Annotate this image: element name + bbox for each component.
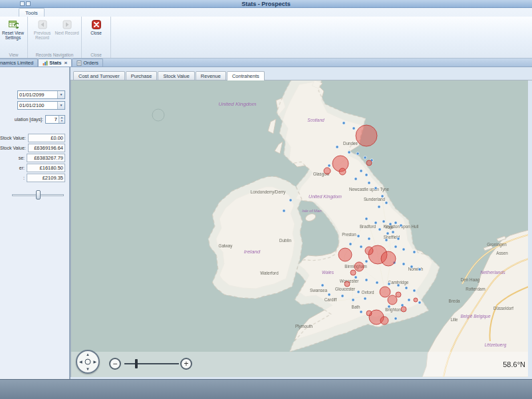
tab-revenue[interactable]: Revenue bbox=[196, 71, 226, 80]
city-label: Preston bbox=[342, 232, 356, 237]
city-label: Breda bbox=[449, 299, 460, 303]
ribbon-tab-row: Tools bbox=[0, 8, 532, 17]
zoom-in-button[interactable]: + bbox=[180, 358, 192, 370]
contrahent-bubble[interactable] bbox=[356, 125, 377, 146]
tab-cost-and-turnover[interactable]: Cost and Turnover bbox=[73, 71, 125, 80]
contrahent-bubble[interactable] bbox=[414, 298, 418, 302]
stat-value-field[interactable]: £16180.50 bbox=[27, 164, 65, 172]
contrahent-bubble[interactable] bbox=[401, 307, 406, 312]
stat-label: er: bbox=[19, 166, 25, 170]
contrahents-map[interactable]: United KingdomScotlandUnited KingdomIsle… bbox=[70, 80, 528, 377]
prospect-dot bbox=[357, 235, 360, 237]
previous-record-button[interactable]: Previous Record bbox=[30, 18, 55, 41]
zoom-slider-thumb[interactable] bbox=[135, 359, 138, 368]
simulation-days-value: 7 bbox=[46, 116, 59, 123]
doc-tab-orders[interactable]: Orders bbox=[72, 59, 103, 66]
contrahent-bubble[interactable] bbox=[350, 270, 356, 275]
stat-label: Stock Value: bbox=[0, 146, 26, 150]
doc-tab-dynamics-limited[interactable]: Dynamics Limited bbox=[0, 59, 38, 66]
prospect-dot bbox=[328, 164, 331, 167]
contrahent-bubble[interactable] bbox=[380, 317, 388, 325]
prospect-dot bbox=[336, 146, 338, 148]
prospect-dot bbox=[408, 299, 410, 301]
prospect-dot bbox=[378, 205, 380, 208]
contrahent-bubble[interactable] bbox=[365, 247, 373, 255]
date-from-value: 01/01/2099 bbox=[18, 91, 57, 98]
previous-record-icon bbox=[37, 19, 48, 30]
pan-center-icon[interactable] bbox=[85, 359, 91, 365]
prospect-dot bbox=[349, 243, 352, 245]
app-window: Stats - Prospects Tools Reset View Setti… bbox=[0, 0, 532, 399]
contrahent-bubble[interactable] bbox=[338, 248, 352, 261]
date-from-picker[interactable]: 01/01/2099 ▼ bbox=[17, 90, 65, 99]
prospect-dot bbox=[357, 291, 360, 293]
tab-stock-value[interactable]: Stock Value bbox=[158, 71, 194, 80]
contrahent-bubble[interactable] bbox=[396, 292, 401, 297]
pan-control[interactable]: ▲ ▼ ◀ ▶ bbox=[76, 350, 100, 374]
country-label: Lëtzebuerg bbox=[485, 342, 507, 348]
simulation-days-stepper[interactable]: 7 ▲▼ bbox=[45, 115, 65, 124]
prospect-dot bbox=[341, 295, 344, 297]
prospect-dot bbox=[365, 260, 368, 263]
previous-record-label: Previous Record bbox=[30, 31, 55, 40]
stat-value-field[interactable]: £6369196.64 bbox=[28, 144, 65, 152]
parameters-sidebar: 01/01/2099 ▼ 01/01/2100 ▼ ulation [days]… bbox=[0, 67, 70, 379]
slider-thumb[interactable] bbox=[36, 190, 41, 200]
prospect-dot bbox=[365, 174, 368, 176]
contrahent-bubble[interactable] bbox=[344, 281, 350, 287]
contrahent-bubble[interactable] bbox=[380, 287, 390, 297]
city-label: Dublin bbox=[279, 238, 291, 243]
prospect-dot bbox=[354, 178, 357, 180]
stat-label: : bbox=[23, 176, 25, 180]
pan-left-icon[interactable]: ◀ bbox=[79, 360, 82, 364]
contrahent-bubble[interactable] bbox=[381, 251, 396, 266]
contrahent-bubble[interactable] bbox=[339, 168, 346, 175]
bottom-strip bbox=[0, 379, 532, 399]
stat-value-field[interactable]: £0.00 bbox=[28, 134, 65, 142]
ribbon-tab-tools[interactable]: Tools bbox=[19, 8, 45, 17]
contrahent-bubble[interactable] bbox=[388, 295, 397, 305]
spin-down-icon[interactable]: ▼ bbox=[59, 119, 65, 123]
chevron-down-icon[interactable]: ▼ bbox=[57, 102, 65, 109]
city-label: Dundee bbox=[343, 141, 358, 146]
city-label: Waterford bbox=[260, 271, 279, 275]
pan-up-icon[interactable]: ▲ bbox=[86, 352, 90, 356]
next-record-button[interactable]: Next Record bbox=[55, 18, 79, 37]
pan-right-icon[interactable]: ▶ bbox=[93, 360, 96, 364]
prospect-dot bbox=[356, 152, 359, 155]
prospect-dot bbox=[418, 301, 421, 304]
prospect-dot bbox=[321, 284, 324, 287]
simulation-days-label: ulation [days]: bbox=[15, 117, 43, 122]
chart-tab-strip: Cost and Turnover Purchase Stock Value R… bbox=[70, 67, 532, 80]
reset-view-settings-button[interactable]: Reset View Settings bbox=[1, 18, 25, 41]
prospect-dot bbox=[365, 217, 368, 220]
next-record-label: Next Record bbox=[55, 31, 78, 35]
doc-tab-stats[interactable]: Stats × bbox=[38, 59, 72, 66]
tab-purchase[interactable]: Purchase bbox=[126, 71, 158, 80]
spinner-arrows[interactable]: ▲▼ bbox=[59, 116, 65, 123]
chevron-down-icon[interactable]: ▼ bbox=[57, 91, 65, 98]
tab-contrahents[interactable]: Contrahents bbox=[227, 71, 265, 80]
city-label: Bradford bbox=[360, 224, 376, 229]
zoom-slider-track[interactable] bbox=[124, 363, 179, 364]
prospect-dot bbox=[400, 224, 402, 227]
contrahent-bubble[interactable] bbox=[366, 160, 372, 166]
contrahent-bubble[interactable] bbox=[366, 311, 372, 316]
prospect-dot bbox=[385, 239, 388, 241]
date-to-picker[interactable]: 01/01/2100 ▼ bbox=[17, 101, 65, 110]
city-label: Assen bbox=[496, 251, 508, 255]
ribbon: Tools Reset View Settings View bbox=[0, 8, 532, 59]
tab-close-icon[interactable]: × bbox=[65, 60, 68, 66]
contrahent-bubble[interactable] bbox=[324, 168, 331, 174]
close-button[interactable]: Close bbox=[84, 18, 108, 37]
stat-value-field[interactable]: £6383267.79 bbox=[27, 154, 65, 162]
doc-tab-label: Dynamics Limited bbox=[0, 60, 33, 66]
sidebar-slider[interactable] bbox=[12, 190, 64, 200]
prospect-dot bbox=[352, 299, 354, 301]
zoom-out-button[interactable]: − bbox=[109, 358, 121, 370]
contrahent-bubble[interactable] bbox=[354, 262, 364, 271]
city-label: Newcastle upon Tyne bbox=[349, 187, 390, 192]
city-label: Londonderry/Derry bbox=[251, 190, 286, 195]
stat-value-field[interactable]: £2109.35 bbox=[27, 174, 65, 182]
pan-down-icon[interactable]: ▼ bbox=[86, 367, 90, 371]
